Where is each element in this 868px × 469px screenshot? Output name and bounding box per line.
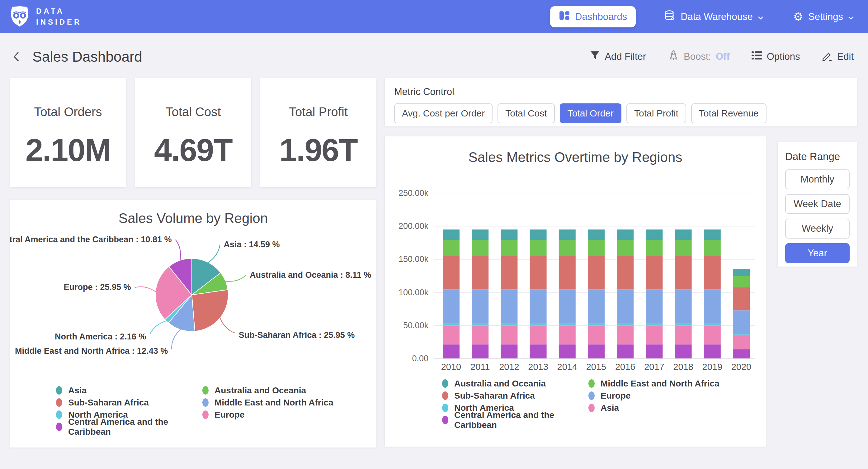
bar-segment-central-america-and-the-caribbean <box>704 345 721 358</box>
bar-segment-middle-east-and-north-africa <box>443 240 460 256</box>
x-axis-tick-label: 2015 <box>586 362 607 372</box>
dashboards-grid-icon <box>559 10 570 24</box>
kpi-label: Total Cost <box>166 105 221 119</box>
nav-dashboards-button[interactable]: Dashboards <box>550 6 636 27</box>
kpi-value: 4.69T <box>154 132 232 169</box>
bar-segment-sub-saharan-africa <box>675 256 692 290</box>
legend-item-sub-saharan-africa: Sub-Saharan Africa <box>56 397 203 409</box>
pie-leader-line <box>207 245 220 263</box>
legend-dot <box>442 404 448 412</box>
legend-dot <box>56 386 62 394</box>
metric-control-card: Metric Control Avg. Cost per OrderTotal … <box>385 78 857 126</box>
pie-legend: AsiaSub-Saharan AfricaNorth AmericaCentr… <box>10 384 376 433</box>
x-axis-tick-label: 2014 <box>557 362 578 372</box>
bar-segment-north-america <box>617 323 633 326</box>
top-navbar: DATA INSIDER Dashboards <box>0 0 868 33</box>
bar-segment-sub-saharan-africa <box>588 256 604 290</box>
date-range-option-weekly[interactable]: Weekly <box>785 218 849 239</box>
bar-segment-asia <box>472 326 489 345</box>
bar-segment-australia-and-oceania <box>443 230 460 240</box>
date-range-option-monthly[interactable]: Monthly <box>785 169 849 189</box>
kpi-label: Total Orders <box>34 105 102 119</box>
bar-segment-central-america-and-the-caribbean <box>588 345 604 358</box>
app-logo: DATA INSIDER <box>9 6 82 28</box>
bar-segment-asia <box>530 326 547 345</box>
bar-segment-north-america <box>472 323 489 326</box>
bar-segment-australia-and-oceania <box>675 230 692 240</box>
bar-segment-middle-east-and-north-africa <box>617 240 633 256</box>
bar-segment-asia <box>675 326 692 345</box>
bar-segment-sub-saharan-africa <box>501 256 518 290</box>
bar-segment-europe <box>530 289 547 323</box>
legend-label: Europe <box>215 410 244 420</box>
bar-segment-central-america-and-the-caribbean <box>443 345 460 358</box>
x-axis-tick-label: 2011 <box>470 362 490 372</box>
bar-segment-europe <box>646 289 662 323</box>
legend-dot <box>588 379 595 388</box>
legend-label: Australia and Oceania <box>454 379 546 389</box>
bar-segment-middle-east-and-north-africa <box>530 240 547 256</box>
bar-segment-central-america-and-the-caribbean <box>530 345 547 358</box>
y-axis-tick-label: 250.00k <box>399 188 429 198</box>
bar-segment-north-america <box>530 323 547 326</box>
back-button[interactable] <box>10 50 23 63</box>
metric-option-total-revenue[interactable]: Total Revenue <box>691 104 767 123</box>
legend-label: Middle East and North Africa <box>600 379 719 389</box>
bar-segment-sub-saharan-africa <box>443 256 460 290</box>
boost-toggle[interactable]: Boost: Off <box>666 49 732 64</box>
nav-settings-button[interactable]: ⚙︎ Settings <box>792 11 856 23</box>
legend-dot <box>588 391 595 400</box>
bar-segment-central-america-and-the-caribbean <box>733 349 750 358</box>
pie-slice-label: Europe : 25.95 % <box>63 283 131 292</box>
legend-item-sub-saharan-africa: Sub-Saharan Africa <box>442 389 588 402</box>
logo-text: DATA INSIDER <box>36 6 82 28</box>
options-list-icon <box>751 51 762 63</box>
bar-legend: Australia and OceaniaSub-Saharan AfricaN… <box>385 377 766 426</box>
metric-option-total-cost[interactable]: Total Cost <box>497 104 555 123</box>
legend-item-middle-east-and-north-africa: Middle East and North Africa <box>588 377 735 389</box>
bar-segment-asia <box>733 336 750 349</box>
date-range-option-week-date[interactable]: Week Date <box>785 194 849 214</box>
bar-segment-sub-saharan-africa <box>704 256 721 290</box>
bar-segment-middle-east-and-north-africa <box>704 240 721 256</box>
date-range-option-year[interactable]: Year <box>785 243 849 263</box>
pie-leader-line <box>150 320 167 334</box>
edit-button[interactable]: Edit <box>820 50 856 63</box>
options-button[interactable]: Options <box>750 51 802 63</box>
legend-item-asia: Asia <box>56 384 203 397</box>
date-range-card: Date Range MonthlyWeek DateWeeklyYear <box>778 142 857 267</box>
add-filter-button[interactable]: Add Filter <box>588 51 648 63</box>
legend-label: Sub-Saharan Africa <box>68 398 149 408</box>
legend-dot <box>203 398 209 407</box>
bar-chart-title: Sales Metrics Overtime by Regions <box>385 137 766 165</box>
x-axis-tick-label: 2019 <box>702 362 723 372</box>
kpi-label: Total Profit <box>289 105 348 119</box>
bar-segment-north-america <box>733 334 750 336</box>
bar-segment-europe <box>588 289 604 323</box>
rocket-icon <box>668 50 679 64</box>
legend-dot <box>203 410 209 419</box>
metric-option-total-profit[interactable]: Total Profit <box>626 104 686 123</box>
legend-item-middle-east-and-north-africa: Middle East and North Africa <box>203 397 349 409</box>
x-axis-tick-label: 2013 <box>528 362 548 372</box>
bar-segment-australia-and-oceania <box>704 230 721 240</box>
metric-options: Avg. Cost per OrderTotal CostTotal Order… <box>394 104 848 123</box>
legend-dot <box>56 410 62 419</box>
metric-option-avg-cost-per-order[interactable]: Avg. Cost per Order <box>394 104 493 123</box>
bar-segment-north-america <box>501 323 518 326</box>
bar-segment-north-america <box>588 323 604 326</box>
legend-label: Australia and Oceania <box>215 385 306 395</box>
bar-segment-central-america-and-the-caribbean <box>559 345 576 358</box>
pie-slice-label: Asia : 14.59 % <box>223 240 280 249</box>
kpi-card-total-cost: Total Cost4.69T <box>135 78 251 187</box>
date-range-options: MonthlyWeek DateWeeklyYear <box>785 169 849 263</box>
legend-column: Australia and OceaniaSub-Saharan AfricaN… <box>442 377 588 426</box>
legend-item-europe: Europe <box>588 389 735 402</box>
bar-segment-europe <box>704 289 721 323</box>
bar-segment-central-america-and-the-caribbean <box>472 345 489 358</box>
legend-dot <box>442 391 448 400</box>
bar-segment-asia <box>617 326 633 345</box>
nav-data-warehouse-button[interactable]: Data Warehouse <box>662 9 765 24</box>
bar-segment-central-america-and-the-caribbean <box>617 345 633 358</box>
metric-option-total-order[interactable]: Total Order <box>560 104 621 123</box>
